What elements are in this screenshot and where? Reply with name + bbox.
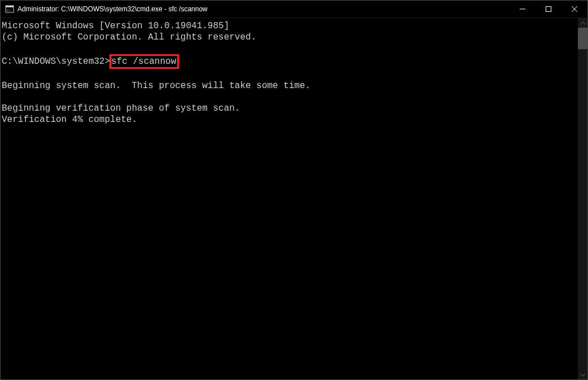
cmd-icon: C:\: [5, 5, 14, 14]
svg-rect-1: [6, 6, 14, 7]
vertical-scrollbar[interactable]: [578, 18, 587, 379]
scrollbar-thumb[interactable]: [578, 28, 587, 49]
output-line: Microsoft Windows [Version 10.0.19041.98…: [2, 21, 229, 31]
minimize-button[interactable]: [510, 1, 536, 18]
svg-text:C:\: C:\: [7, 8, 11, 12]
output-line: (c) Microsoft Corporation. All rights re…: [2, 32, 256, 42]
output-line: Verification 4% complete.: [2, 115, 137, 125]
close-button[interactable]: [561, 1, 587, 18]
command-highlight: sfc /scannow: [109, 54, 179, 69]
scroll-up-button[interactable]: [578, 18, 587, 28]
window-title: Administrator: C:\WINDOWS\system32\cmd.e…: [17, 5, 510, 13]
window-controls: [510, 1, 587, 18]
maximize-button[interactable]: [536, 1, 561, 18]
svg-rect-4: [546, 7, 551, 12]
scroll-down-button[interactable]: [578, 370, 587, 379]
prompt-text: C:\WINDOWS\system32>: [2, 56, 110, 67]
output-line: Beginning system scan. This process will…: [2, 81, 310, 91]
entered-command: sfc /scannow: [111, 56, 176, 67]
client-area: Microsoft Windows [Version 10.0.19041.98…: [1, 18, 587, 379]
scrollbar-track[interactable]: [578, 28, 587, 370]
terminal-output[interactable]: Microsoft Windows [Version 10.0.19041.98…: [1, 18, 578, 379]
output-line: Beginning verification phase of system s…: [2, 103, 240, 113]
cmd-window: C:\ Administrator: C:\WINDOWS\system32\c…: [0, 0, 588, 380]
titlebar[interactable]: C:\ Administrator: C:\WINDOWS\system32\c…: [1, 1, 587, 18]
